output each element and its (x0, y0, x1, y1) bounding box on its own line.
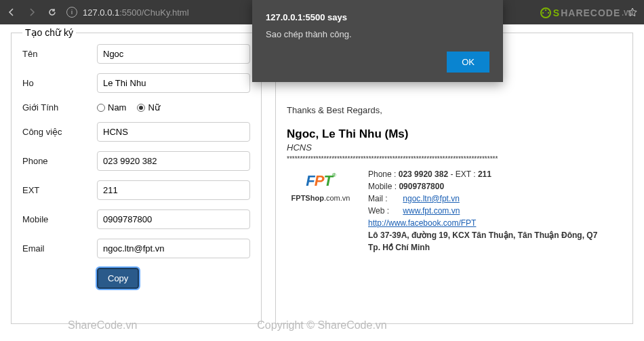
input-congviec[interactable] (97, 122, 250, 142)
fpt-logo-col: FPT® FPTShop.com.vn (287, 168, 355, 254)
label-ho: Ho (22, 78, 97, 88)
label-ext: EXT (22, 185, 97, 195)
label-mobile: Mobile (22, 214, 97, 224)
input-ten[interactable] (97, 44, 250, 64)
signature-info: Phone : 023 9920 382 - EXT : 211 Mobile … (368, 168, 597, 254)
back-button[interactable] (5, 6, 18, 18)
input-ext[interactable] (97, 180, 250, 200)
signature-divider: ****************************************… (287, 155, 622, 163)
info-icon: i (66, 7, 77, 18)
signature-role: HCNS (287, 142, 622, 153)
regards-text: Thanks & Best Regards, (287, 105, 622, 115)
web-link[interactable]: www.fpt.com.vn (403, 206, 460, 216)
label-ten: Tên (22, 49, 97, 59)
forward-button[interactable] (26, 6, 38, 18)
label-gioitinh: Giới Tính (22, 102, 97, 113)
alert-message: Sao chép thành công. (266, 29, 489, 39)
input-ho[interactable] (97, 73, 250, 93)
signature-name: Ngoc, Le Thi Nhu (Ms) (287, 127, 622, 141)
mail-link[interactable]: ngoc.ltn@fpt.vn (403, 194, 460, 203)
fpt-logo: FPT® (287, 172, 355, 190)
alert-title: 127.0.0.1:5500 says (266, 12, 489, 22)
alert-dialog: 127.0.0.1:5500 says Sao chép thành công.… (252, 0, 503, 82)
fptshop-text: FPTShop.com.vn (287, 194, 355, 202)
sharecode-logo: SHARECODE.VN (540, 7, 633, 19)
form-panel: Tạo chữ ký Tên Ho Giới Tính Nam Nữ Công … (11, 33, 262, 324)
radio-nu[interactable]: Nữ (137, 102, 159, 113)
form-legend: Tạo chữ ký (22, 27, 76, 38)
label-congviec: Công việc (22, 127, 97, 137)
url-text: 127.0.0.1:5500/ChuKy.html (83, 7, 189, 18)
input-phone[interactable] (97, 151, 250, 171)
refresh-button[interactable] (46, 6, 58, 18)
label-email: Email (22, 243, 97, 254)
input-mobile[interactable] (97, 209, 250, 229)
radio-nam[interactable]: Nam (97, 102, 126, 113)
label-phone: Phone (22, 156, 97, 166)
input-email[interactable] (97, 239, 250, 258)
copy-button[interactable]: Copy (97, 268, 139, 289)
alert-ok-button[interactable]: OK (447, 52, 489, 73)
facebook-link[interactable]: http://www.facebook.com/FPT (368, 218, 476, 228)
